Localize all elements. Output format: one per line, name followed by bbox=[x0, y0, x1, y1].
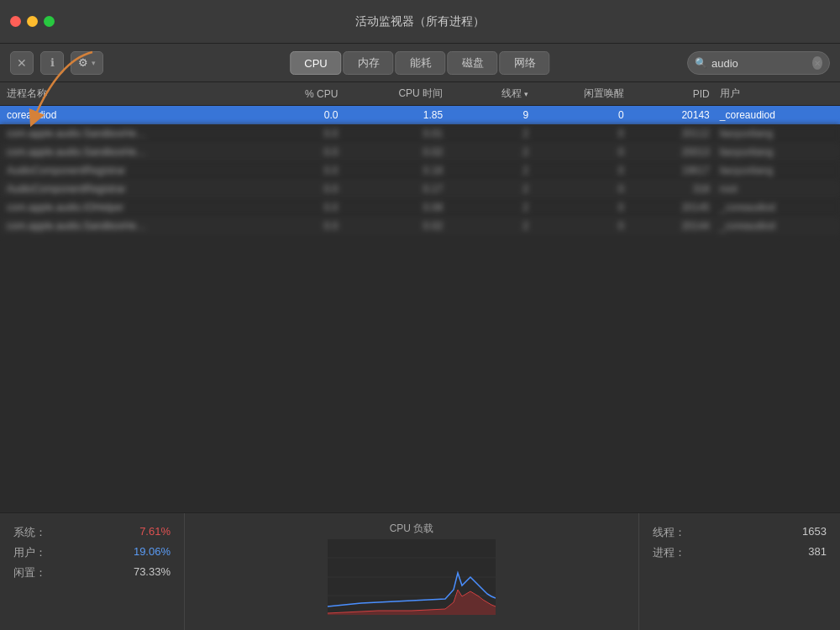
table-row[interactable]: com.apple.audio.SandboxHe… 0.0 0.01 2 0 … bbox=[0, 124, 840, 143]
cell-cpu-pct: 0.0 bbox=[244, 220, 349, 232]
col-header-pid[interactable]: PID bbox=[634, 88, 720, 100]
stat-user-label: 用户： bbox=[13, 545, 46, 560]
stat-idle: 闲置： 73.33% bbox=[13, 565, 171, 580]
cell-idle: 0 bbox=[538, 109, 633, 121]
table-row[interactable]: AudioComponentRegistrar 0.0 0.17 2 0 318… bbox=[0, 180, 840, 198]
search-icon: 🔍 bbox=[695, 57, 707, 69]
cell-cpu-time: 0.02 bbox=[348, 220, 453, 232]
cell-cpu-time: 0.08 bbox=[348, 202, 453, 213]
chevron-down-icon: ▾ bbox=[92, 59, 96, 67]
stat-processes-label: 进程： bbox=[653, 545, 685, 560]
cell-name: com.apple.audio.SandboxHe… bbox=[7, 128, 244, 139]
table-header: 进程名称 % CPU CPU 时间 线程 ▾ 闲置唤醒 PID 用户 bbox=[0, 82, 840, 106]
search-clear-button[interactable]: ✕ bbox=[812, 56, 822, 70]
cell-name: coreaudiod bbox=[7, 109, 244, 121]
cell-cpu-time: 0.01 bbox=[348, 128, 453, 139]
cell-user: _coreaudiod bbox=[720, 202, 833, 213]
tab-memory[interactable]: 内存 bbox=[344, 51, 394, 75]
close-process-button[interactable]: ✕ bbox=[10, 51, 34, 75]
cell-user: liaoyunliang bbox=[720, 165, 833, 176]
cell-user: liaoyunliang bbox=[720, 146, 833, 158]
cell-threads: 2 bbox=[453, 165, 538, 176]
stat-idle-value: 73.33% bbox=[134, 565, 171, 580]
table-row[interactable]: AudioComponentRegistrar 0.0 0.18 2 0 196… bbox=[0, 161, 840, 180]
table-area: 进程名称 % CPU CPU 时间 线程 ▾ 闲置唤醒 PID 用户 corea… bbox=[0, 82, 840, 512]
window-controls[interactable] bbox=[10, 16, 55, 27]
col-header-name[interactable]: 进程名称 bbox=[7, 87, 244, 101]
stats-panel: 系统： 7.61% 用户： 19.06% 闲置： 73.33% bbox=[0, 513, 185, 630]
col-header-user[interactable]: 用户 bbox=[720, 87, 833, 101]
stat-idle-label: 闲置： bbox=[13, 565, 46, 580]
cell-user: root bbox=[720, 183, 833, 195]
cell-threads: 2 bbox=[453, 128, 538, 139]
stat-system-value: 7.61% bbox=[139, 525, 171, 540]
cpu-chart bbox=[328, 539, 496, 615]
info-icon: ℹ bbox=[50, 56, 55, 69]
table-row[interactable]: com.apple.audio.IOHelper 0.0 0.08 2 0 20… bbox=[0, 198, 840, 217]
table-body: coreaudiod 0.0 1.85 9 0 20143 _coreaudio… bbox=[0, 106, 840, 512]
cell-threads: 2 bbox=[453, 146, 538, 158]
tab-disk[interactable]: 磁盘 bbox=[448, 51, 498, 75]
stat-threads-label: 线程： bbox=[653, 525, 685, 540]
close-button[interactable] bbox=[10, 16, 21, 27]
cell-name: com.apple.audio.SandboxHe… bbox=[7, 220, 244, 232]
stat-user: 用户： 19.06% bbox=[13, 545, 171, 560]
cell-name: AudioComponentRegistrar bbox=[7, 165, 244, 176]
stat-threads-value: 1653 bbox=[802, 525, 827, 540]
cell-cpu-pct: 0.0 bbox=[244, 165, 349, 176]
gear-icon: ⚙ bbox=[78, 56, 88, 69]
table-row[interactable]: com.apple.audio.SandboxHe… 0.0 0.02 2 0 … bbox=[0, 217, 840, 235]
cell-idle: 0 bbox=[538, 202, 633, 213]
cell-threads: 9 bbox=[453, 109, 538, 121]
tab-network[interactable]: 网络 bbox=[500, 51, 550, 75]
cpu-chart-area: CPU 负载 bbox=[185, 513, 638, 630]
cell-name: com.apple.audio.SandboxHe… bbox=[7, 146, 244, 158]
col-header-threads[interactable]: 线程 ▾ bbox=[453, 87, 538, 101]
cell-cpu-pct: 0.0 bbox=[244, 109, 349, 121]
tab-bar: CPU 内存 能耗 磁盘 网络 bbox=[290, 51, 549, 75]
cell-pid: 20112 bbox=[634, 128, 720, 139]
cell-cpu-time: 1.85 bbox=[348, 109, 453, 121]
col-header-cpu-time[interactable]: CPU 时间 bbox=[348, 87, 453, 101]
right-stats-panel: 线程： 1653 进程： 381 bbox=[638, 513, 840, 630]
cell-cpu-pct: 0.0 bbox=[244, 146, 349, 158]
stat-user-value: 19.06% bbox=[134, 545, 171, 560]
maximize-button[interactable] bbox=[44, 16, 55, 27]
cell-threads: 2 bbox=[453, 220, 538, 232]
stat-threads: 线程： 1653 bbox=[653, 525, 827, 540]
cell-user: _coreaudiod bbox=[720, 220, 833, 232]
cell-cpu-time: 0.18 bbox=[348, 165, 453, 176]
cell-threads: 2 bbox=[453, 202, 538, 213]
col-header-idle[interactable]: 闲置唤醒 bbox=[538, 87, 633, 101]
search-box: 🔍 ✕ bbox=[687, 51, 830, 75]
title-bar: 活动监视器（所有进程） bbox=[0, 0, 840, 44]
chart-title: CPU 负载 bbox=[390, 522, 434, 536]
info-button[interactable]: ℹ bbox=[40, 51, 64, 75]
cell-cpu-pct: 0.0 bbox=[244, 183, 349, 195]
stat-processes-value: 381 bbox=[808, 545, 827, 560]
search-input[interactable] bbox=[711, 57, 808, 70]
sort-arrow-icon: ▾ bbox=[524, 90, 528, 98]
cell-idle: 0 bbox=[538, 183, 633, 195]
table-row[interactable]: com.apple.audio.SandboxHe… 0.0 0.02 2 0 … bbox=[0, 143, 840, 161]
cell-user: _coreaudiod bbox=[720, 109, 833, 121]
cell-user: liaoyunliang bbox=[720, 128, 833, 139]
cell-pid: 20013 bbox=[634, 146, 720, 158]
cell-pid: 19617 bbox=[634, 165, 720, 176]
stat-system-label: 系统： bbox=[13, 525, 46, 540]
cell-pid: 20144 bbox=[634, 220, 720, 232]
gear-button[interactable]: ⚙ ▾ bbox=[71, 51, 103, 75]
window-title: 活动监视器（所有进程） bbox=[355, 14, 485, 29]
stat-system: 系统： 7.61% bbox=[13, 525, 171, 540]
col-header-cpu-pct[interactable]: % CPU bbox=[244, 88, 349, 100]
tab-cpu[interactable]: CPU bbox=[290, 51, 341, 75]
stat-processes: 进程： 381 bbox=[653, 545, 827, 560]
minimize-button[interactable] bbox=[27, 16, 38, 27]
cell-idle: 0 bbox=[538, 165, 633, 176]
cell-cpu-pct: 0.0 bbox=[244, 128, 349, 139]
bottom-panel: 系统： 7.61% 用户： 19.06% 闲置： 73.33% CPU 负载 bbox=[0, 512, 840, 630]
cell-idle: 0 bbox=[538, 128, 633, 139]
table-row[interactable]: coreaudiod 0.0 1.85 9 0 20143 _coreaudio… bbox=[0, 106, 840, 124]
cell-pid: 318 bbox=[634, 183, 720, 195]
tab-energy[interactable]: 能耗 bbox=[396, 51, 446, 75]
